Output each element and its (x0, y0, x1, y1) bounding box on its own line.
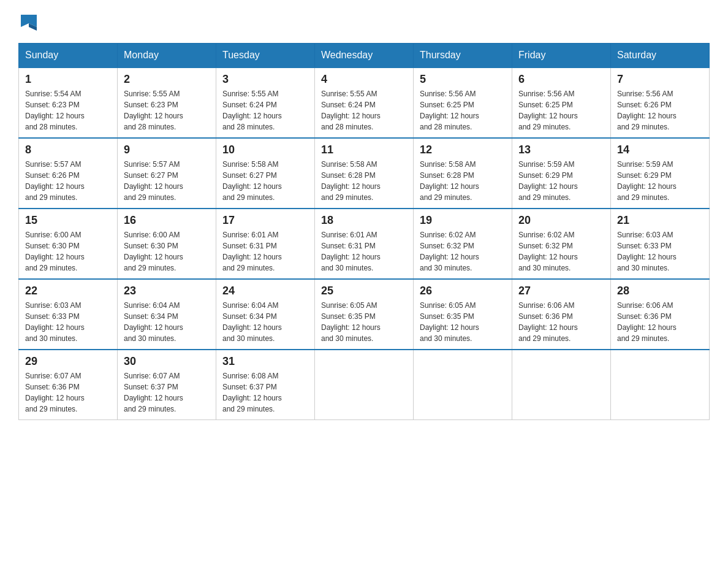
day-number: 26 (420, 285, 506, 297)
day-number: 15 (25, 214, 111, 227)
day-number: 19 (420, 214, 506, 227)
day-info: Sunrise: 5:59 AMSunset: 6:29 PMDaylight:… (518, 159, 604, 203)
weekday-header-saturday: Saturday (611, 44, 710, 68)
day-info: Sunrise: 6:01 AMSunset: 6:31 PMDaylight:… (222, 229, 308, 274)
calendar-day-cell: 1 Sunrise: 5:54 AMSunset: 6:23 PMDayligh… (19, 67, 118, 138)
day-info: Sunrise: 5:55 AMSunset: 6:24 PMDaylight:… (222, 88, 308, 132)
day-info: Sunrise: 6:07 AMSunset: 6:36 PMDaylight:… (25, 370, 111, 415)
day-info: Sunrise: 5:55 AMSunset: 6:23 PMDaylight:… (124, 88, 210, 132)
calendar-day-cell: 18 Sunrise: 6:01 AMSunset: 6:31 PMDaylig… (315, 209, 414, 279)
day-info: Sunrise: 5:59 AMSunset: 6:29 PMDaylight:… (617, 159, 703, 203)
day-number: 4 (321, 73, 407, 86)
day-info: Sunrise: 5:58 AMSunset: 6:28 PMDaylight:… (420, 159, 506, 203)
weekday-header-sunday: Sunday (19, 44, 118, 68)
day-info: Sunrise: 5:58 AMSunset: 6:27 PMDaylight:… (222, 159, 308, 203)
day-number: 21 (617, 214, 703, 227)
day-number: 6 (518, 73, 604, 86)
calendar-day-cell: 27 Sunrise: 6:06 AMSunset: 6:36 PMDaylig… (512, 279, 611, 350)
day-info: Sunrise: 5:55 AMSunset: 6:24 PMDaylight:… (321, 88, 407, 132)
calendar-day-cell: 11 Sunrise: 5:58 AMSunset: 6:28 PMDaylig… (315, 138, 414, 209)
weekday-header-monday: Monday (118, 44, 216, 68)
calendar-week-row: 1 Sunrise: 5:54 AMSunset: 6:23 PMDayligh… (19, 67, 710, 138)
day-info: Sunrise: 5:54 AMSunset: 6:23 PMDaylight:… (25, 88, 111, 132)
calendar-table: SundayMondayTuesdayWednesdayThursdayFrid… (18, 43, 710, 420)
day-number: 22 (25, 285, 111, 297)
calendar-day-cell: 4 Sunrise: 5:55 AMSunset: 6:24 PMDayligh… (315, 67, 414, 138)
day-info: Sunrise: 5:58 AMSunset: 6:28 PMDaylight:… (321, 159, 407, 203)
day-info: Sunrise: 6:04 AMSunset: 6:34 PMDaylight:… (222, 300, 308, 344)
calendar-day-cell: 20 Sunrise: 6:02 AMSunset: 6:32 PMDaylig… (512, 209, 611, 279)
day-info: Sunrise: 6:00 AMSunset: 6:30 PMDaylight:… (124, 229, 210, 274)
day-info: Sunrise: 6:07 AMSunset: 6:37 PMDaylight:… (124, 370, 210, 415)
calendar-day-cell: 8 Sunrise: 5:57 AMSunset: 6:26 PMDayligh… (19, 138, 118, 209)
calendar-day-cell: 24 Sunrise: 6:04 AMSunset: 6:34 PMDaylig… (216, 279, 315, 350)
day-info: Sunrise: 5:56 AMSunset: 6:26 PMDaylight:… (617, 88, 703, 132)
calendar-day-cell: 22 Sunrise: 6:03 AMSunset: 6:33 PMDaylig… (19, 279, 118, 350)
day-number: 29 (25, 355, 111, 368)
day-info: Sunrise: 5:56 AMSunset: 6:25 PMDaylight:… (518, 88, 604, 132)
calendar-day-cell: 25 Sunrise: 6:05 AMSunset: 6:35 PMDaylig… (315, 279, 414, 350)
day-number: 5 (420, 73, 506, 86)
calendar-day-cell: 12 Sunrise: 5:58 AMSunset: 6:28 PMDaylig… (414, 138, 512, 209)
day-info: Sunrise: 6:03 AMSunset: 6:33 PMDaylight:… (617, 229, 703, 274)
day-info: Sunrise: 6:06 AMSunset: 6:36 PMDaylight:… (617, 300, 703, 344)
calendar-day-cell (414, 350, 512, 420)
calendar-week-row: 15 Sunrise: 6:00 AMSunset: 6:30 PMDaylig… (19, 209, 710, 279)
calendar-day-cell: 13 Sunrise: 5:59 AMSunset: 6:29 PMDaylig… (512, 138, 611, 209)
day-info: Sunrise: 6:05 AMSunset: 6:35 PMDaylight:… (321, 300, 407, 344)
day-number: 10 (222, 144, 308, 156)
day-info: Sunrise: 6:01 AMSunset: 6:31 PMDaylight:… (321, 229, 407, 274)
day-number: 11 (321, 144, 407, 156)
day-number: 2 (124, 73, 210, 86)
day-number: 12 (420, 144, 506, 156)
weekday-header-tuesday: Tuesday (216, 44, 315, 68)
day-number: 31 (222, 355, 308, 368)
day-number: 17 (222, 214, 308, 227)
calendar-day-cell: 2 Sunrise: 5:55 AMSunset: 6:23 PMDayligh… (118, 67, 216, 138)
day-number: 30 (124, 355, 210, 368)
day-number: 27 (518, 285, 604, 297)
weekday-header-friday: Friday (512, 44, 611, 68)
page-header (18, 12, 710, 31)
calendar-day-cell: 10 Sunrise: 5:58 AMSunset: 6:27 PMDaylig… (216, 138, 315, 209)
calendar-day-cell: 7 Sunrise: 5:56 AMSunset: 6:26 PMDayligh… (611, 67, 710, 138)
calendar-week-row: 29 Sunrise: 6:07 AMSunset: 6:36 PMDaylig… (19, 350, 710, 420)
day-info: Sunrise: 5:56 AMSunset: 6:25 PMDaylight:… (420, 88, 506, 132)
calendar-week-row: 22 Sunrise: 6:03 AMSunset: 6:33 PMDaylig… (19, 279, 710, 350)
calendar-day-cell: 15 Sunrise: 6:00 AMSunset: 6:30 PMDaylig… (19, 209, 118, 279)
day-number: 9 (124, 144, 210, 156)
day-number: 3 (222, 73, 308, 86)
calendar-day-cell: 6 Sunrise: 5:56 AMSunset: 6:25 PMDayligh… (512, 67, 611, 138)
day-number: 23 (124, 285, 210, 297)
day-number: 14 (617, 144, 703, 156)
day-info: Sunrise: 6:00 AMSunset: 6:30 PMDaylight:… (25, 229, 111, 274)
calendar-day-cell: 19 Sunrise: 6:02 AMSunset: 6:32 PMDaylig… (414, 209, 512, 279)
day-info: Sunrise: 6:08 AMSunset: 6:37 PMDaylight:… (222, 370, 308, 415)
calendar-day-cell: 26 Sunrise: 6:05 AMSunset: 6:35 PMDaylig… (414, 279, 512, 350)
day-number: 13 (518, 144, 604, 156)
calendar-day-cell: 21 Sunrise: 6:03 AMSunset: 6:33 PMDaylig… (611, 209, 710, 279)
logo (18, 12, 38, 31)
calendar-day-cell (315, 350, 414, 420)
day-info: Sunrise: 6:02 AMSunset: 6:32 PMDaylight:… (518, 229, 604, 274)
calendar-day-cell (611, 350, 710, 420)
day-info: Sunrise: 6:02 AMSunset: 6:32 PMDaylight:… (420, 229, 506, 274)
day-number: 20 (518, 214, 604, 227)
day-number: 25 (321, 285, 407, 297)
day-info: Sunrise: 6:06 AMSunset: 6:36 PMDaylight:… (518, 300, 604, 344)
day-info: Sunrise: 6:05 AMSunset: 6:35 PMDaylight:… (420, 300, 506, 344)
calendar-day-cell: 5 Sunrise: 5:56 AMSunset: 6:25 PMDayligh… (414, 67, 512, 138)
day-number: 7 (617, 73, 703, 86)
weekday-header-thursday: Thursday (414, 44, 512, 68)
day-info: Sunrise: 6:03 AMSunset: 6:33 PMDaylight:… (25, 300, 111, 344)
calendar-day-cell: 14 Sunrise: 5:59 AMSunset: 6:29 PMDaylig… (611, 138, 710, 209)
day-number: 24 (222, 285, 308, 297)
day-info: Sunrise: 5:57 AMSunset: 6:26 PMDaylight:… (25, 159, 111, 203)
calendar-day-cell: 17 Sunrise: 6:01 AMSunset: 6:31 PMDaylig… (216, 209, 315, 279)
calendar-week-row: 8 Sunrise: 5:57 AMSunset: 6:26 PMDayligh… (19, 138, 710, 209)
logo-icon (20, 12, 38, 31)
day-number: 8 (25, 144, 111, 156)
day-info: Sunrise: 5:57 AMSunset: 6:27 PMDaylight:… (124, 159, 210, 203)
calendar-day-cell: 9 Sunrise: 5:57 AMSunset: 6:27 PMDayligh… (118, 138, 216, 209)
calendar-day-cell (512, 350, 611, 420)
